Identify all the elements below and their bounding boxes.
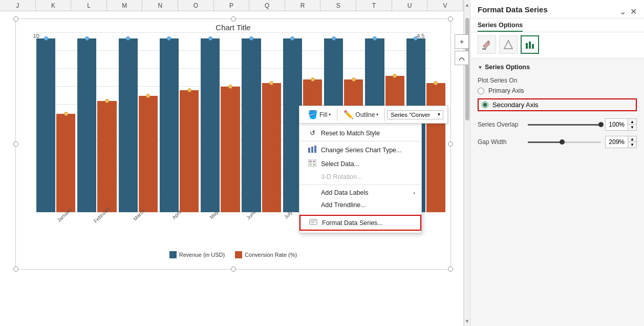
bar-dot bbox=[64, 112, 68, 116]
bar-conversion-feb[interactable] bbox=[97, 101, 116, 212]
bar-revenue-jun[interactable] bbox=[242, 38, 261, 213]
bar-dot bbox=[126, 36, 130, 40]
bar-dot bbox=[311, 77, 315, 82]
bar-dot bbox=[208, 36, 212, 40]
section-chevron: ▼ bbox=[478, 65, 483, 70]
tab-fill-icon[interactable] bbox=[478, 35, 496, 54]
select-data-icon bbox=[308, 159, 317, 168]
bar-conversion-jan[interactable] bbox=[56, 114, 75, 213]
context-menu-select-data[interactable]: Select Data... bbox=[299, 157, 421, 171]
bar-revenue-jan[interactable] bbox=[36, 38, 55, 213]
series-options-section-header[interactable]: ▼ Series Options bbox=[478, 64, 637, 71]
context-menu-sep-1 bbox=[299, 141, 421, 141]
context-menu-reset[interactable]: ↺ Reset to Match Style bbox=[299, 127, 421, 139]
resize-handle-bottom[interactable] bbox=[231, 267, 236, 272]
resize-handle-top[interactable] bbox=[231, 16, 236, 22]
series-selector-dropdown[interactable]: Series "Conver bbox=[387, 110, 443, 119]
fill-button[interactable]: 🪣 Fill ▾ bbox=[304, 108, 335, 121]
add-chart-element-button[interactable]: + bbox=[455, 34, 469, 49]
secondary-axis-label: Secondary Axis bbox=[492, 101, 539, 109]
bar-group-apr[interactable] bbox=[160, 33, 199, 212]
gap-width-label: Gap Width bbox=[478, 138, 524, 146]
series-overlap-increment[interactable]: ▲ bbox=[628, 119, 636, 125]
legend-label-revenue: Revenue (in USD) bbox=[179, 252, 225, 258]
gap-width-decrement[interactable]: ▼ bbox=[628, 142, 636, 148]
primary-axis-radio[interactable] bbox=[478, 88, 484, 94]
bar-group-jan[interactable] bbox=[36, 33, 75, 212]
context-menu: Delete ↺ Reset to Match Style Change Ser… bbox=[299, 112, 422, 233]
resize-handle-tl[interactable] bbox=[13, 16, 18, 22]
bar-group-may[interactable] bbox=[201, 33, 240, 212]
resize-handle-bl[interactable] bbox=[13, 267, 18, 272]
outline-button[interactable]: ✏️ Outline ▾ bbox=[339, 108, 382, 121]
series-options-tab[interactable]: Series Options bbox=[478, 22, 523, 32]
column-headers: J K L M N O P Q R S T U V bbox=[0, 0, 463, 11]
scrollbar-thumb[interactable] bbox=[465, 18, 469, 120]
col-l: L bbox=[71, 0, 107, 11]
bar-conversion-oct[interactable] bbox=[426, 83, 445, 212]
bar-conversion-jun[interactable] bbox=[262, 83, 281, 212]
plot-series-on-label: Plot Series On bbox=[478, 77, 637, 84]
panel-header: Format Data Series ⌄ ✕ bbox=[470, 0, 644, 18]
col-t: T bbox=[356, 0, 392, 11]
tab-series-options-icon[interactable] bbox=[521, 35, 539, 54]
svg-rect-1 bbox=[311, 147, 313, 153]
context-menu-change-type[interactable]: Change Series Chart Type... bbox=[299, 143, 421, 157]
resize-handle-right[interactable] bbox=[448, 141, 453, 147]
context-menu-format-series[interactable]: Format Data Series... bbox=[299, 215, 421, 231]
resize-handle-left[interactable] bbox=[13, 141, 18, 147]
bar-dot bbox=[373, 36, 377, 40]
context-menu-add-labels[interactable]: Add Data Labels › bbox=[299, 187, 421, 199]
axis-radio-group: Primary Axis Secondary Axis bbox=[478, 87, 637, 111]
resize-handle-tr[interactable] bbox=[448, 16, 453, 22]
bar-dot bbox=[187, 88, 191, 92]
fill-label: Fill bbox=[319, 111, 327, 118]
series-overlap-thumb[interactable] bbox=[598, 122, 604, 127]
bar-revenue-apr[interactable] bbox=[160, 38, 179, 213]
bar-revenue-may[interactable] bbox=[201, 38, 220, 213]
scroll-up-arrow[interactable]: ▲ bbox=[465, 2, 470, 8]
bar-group-mar[interactable] bbox=[119, 33, 158, 212]
reset-icon: ↺ bbox=[308, 129, 317, 137]
col-r: R bbox=[285, 0, 321, 11]
minimize-icon[interactable]: ⌄ bbox=[619, 7, 626, 16]
scroll-down-arrow[interactable]: ▼ bbox=[465, 318, 470, 324]
gap-width-row: Gap Width 209% ▲ ▼ bbox=[478, 136, 637, 148]
chart-actions: + bbox=[455, 34, 469, 65]
context-menu-add-trendline[interactable]: Add Trendline... bbox=[299, 199, 421, 211]
context-menu-select-data-label: Select Data... bbox=[321, 160, 359, 168]
series-overlap-decrement[interactable]: ▼ bbox=[628, 125, 636, 130]
bar-revenue-mar[interactable] bbox=[119, 38, 138, 213]
bar-conversion-may[interactable] bbox=[221, 87, 240, 212]
bar-dot bbox=[249, 36, 253, 40]
legend-item-revenue: Revenue (in USD) bbox=[169, 251, 225, 258]
resize-handle-br[interactable] bbox=[448, 267, 453, 272]
chart-legend: Revenue (in USD) Conversion Rate (%) bbox=[16, 248, 450, 261]
svg-rect-2 bbox=[314, 146, 316, 153]
bar-revenue-feb[interactable] bbox=[77, 38, 96, 213]
series-overlap-slider[interactable] bbox=[528, 124, 601, 126]
mini-toolbar: 🪣 Fill ▾ ✏️ Outline ▾ Series "Conver bbox=[299, 106, 448, 124]
bar-group-feb[interactable] bbox=[77, 33, 116, 212]
gap-width-slider[interactable] bbox=[528, 141, 601, 143]
outline-label: Outline bbox=[355, 111, 375, 118]
gap-width-thumb[interactable] bbox=[560, 139, 565, 145]
panel-header-icons: ⌄ ✕ bbox=[619, 7, 637, 16]
chart-styles-button[interactable] bbox=[455, 51, 469, 65]
bar-conversion-mar[interactable] bbox=[139, 96, 158, 213]
close-icon[interactable]: ✕ bbox=[630, 7, 637, 16]
secondary-axis-option[interactable]: Secondary Axis bbox=[478, 98, 637, 111]
bar-dot bbox=[290, 36, 294, 40]
bar-dot bbox=[269, 81, 273, 85]
legend-color-conversion bbox=[235, 251, 242, 258]
svg-rect-6 bbox=[309, 164, 312, 166]
context-menu-rotation-label: 3-D Rotation... bbox=[321, 173, 362, 180]
tab-border-icon[interactable] bbox=[499, 35, 518, 54]
bar-conversion-apr[interactable] bbox=[180, 90, 199, 212]
series-overlap-fill bbox=[528, 124, 601, 126]
primary-axis-option[interactable]: Primary Axis bbox=[478, 87, 637, 94]
gap-width-increment[interactable]: ▲ bbox=[628, 136, 636, 142]
legend-label-conversion: Conversion Rate (%) bbox=[245, 252, 297, 258]
bar-group-jun[interactable] bbox=[242, 33, 281, 212]
secondary-axis-radio[interactable] bbox=[482, 101, 488, 108]
